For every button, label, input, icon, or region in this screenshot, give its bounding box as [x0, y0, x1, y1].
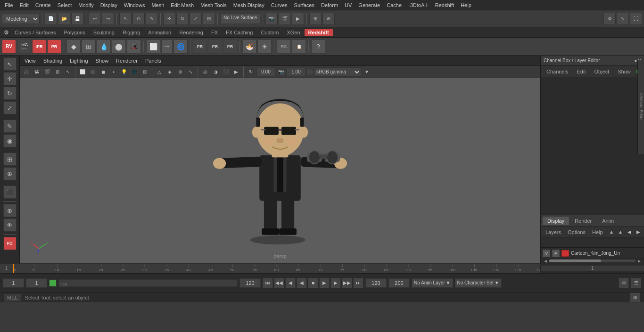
- show-menu[interactable]: Show: [93, 57, 112, 65]
- snap-curve-btn[interactable]: ⊕: [3, 167, 17, 180]
- vt-deform-btn[interactable]: ⤡: [186, 67, 195, 77]
- shelf-settings-icon[interactable]: ⚙: [2, 28, 10, 37]
- vt-camera-btn[interactable]: 🎥: [22, 67, 31, 77]
- dr-tab-display[interactable]: Display: [543, 217, 569, 225]
- layers-tab-help[interactable]: Help: [589, 228, 606, 236]
- shelf-tab-animation[interactable]: Animation: [144, 29, 175, 36]
- show-manipulator-btn[interactable]: ⊕: [3, 204, 17, 217]
- scale-btn[interactable]: ⤢: [3, 101, 17, 114]
- soft-select-btn[interactable]: ◉: [3, 134, 17, 147]
- lasso-tool-btn[interactable]: ⊙: [132, 13, 145, 25]
- rotate-value-input[interactable]: [256, 68, 275, 76]
- layers-tab-layers[interactable]: Layers: [543, 228, 564, 236]
- snap-btn[interactable]: ⊕: [322, 13, 335, 25]
- shelf-icon-rv[interactable]: RV: [2, 40, 16, 54]
- layer-visibility-btn[interactable]: V: [543, 250, 550, 257]
- snap-grid-btn[interactable]: ⊞: [3, 153, 17, 166]
- vt-cam-btn2[interactable]: 📷: [276, 67, 286, 77]
- current-frame-input[interactable]: [26, 278, 47, 288]
- shelf-tab-rendering[interactable]: Rendering: [175, 29, 207, 36]
- vt-settings-btn[interactable]: ▼: [362, 67, 372, 77]
- prev-frame-btn[interactable]: ◀: [285, 278, 296, 288]
- layers-down-arrow[interactable]: ▲: [616, 228, 624, 236]
- vt-shadow-btn[interactable]: 🌑: [130, 67, 139, 77]
- vt-refresh-btn[interactable]: ↻: [246, 67, 256, 77]
- vt-film-btn[interactable]: 📽: [32, 67, 41, 77]
- menu-file[interactable]: File: [2, 1, 16, 9]
- playback-range-bar[interactable]: 120: [58, 279, 238, 287]
- layers-tab-options[interactable]: Options: [565, 228, 588, 236]
- workspace-dropdown[interactable]: Modeling: [2, 14, 40, 24]
- vt-sel-btn[interactable]: ↖: [63, 67, 73, 77]
- no-anim-layer-dropdown[interactable]: No Anim Layer ▼: [412, 278, 453, 288]
- new-file-btn[interactable]: 📄: [45, 13, 57, 25]
- shelf-icon-grid[interactable]: ⊞: [82, 40, 96, 54]
- paint-tool-btn[interactable]: ✎: [146, 13, 158, 25]
- dr-tab-anim[interactable]: Anim: [597, 217, 619, 225]
- grid-btn[interactable]: ⊞: [309, 13, 322, 25]
- next-key-btn[interactable]: ▶▶: [342, 278, 352, 288]
- shelf-tab-rigging[interactable]: Rigging: [119, 29, 144, 36]
- play-fwd-btn[interactable]: ▶: [319, 278, 330, 288]
- anim-start-input[interactable]: [365, 278, 387, 288]
- menu-display[interactable]: Display: [98, 1, 120, 9]
- camera-btn[interactable]: 📷: [265, 13, 278, 25]
- menu-select[interactable]: Select: [55, 1, 75, 9]
- stop-btn[interactable]: ■: [308, 278, 318, 288]
- shelf-tab-fx[interactable]: FX: [207, 29, 222, 36]
- settings2-btn[interactable]: ⚙: [619, 278, 629, 288]
- vt-playblast-btn[interactable]: ▶: [231, 67, 241, 77]
- attr-editor-tab[interactable]: Attribute Editor: [637, 60, 644, 154]
- shelf-icon-wave[interactable]: 〰: [161, 40, 173, 54]
- dr-tab-render[interactable]: Render: [570, 217, 596, 225]
- shelf-icon-hat[interactable]: 🎩: [127, 40, 141, 54]
- vt-flat-btn[interactable]: ◼: [99, 67, 108, 77]
- menu-cache[interactable]: Cache: [384, 1, 405, 9]
- shelf-icon-help[interactable]: ?: [311, 40, 325, 54]
- preferences-btn[interactable]: ☰: [631, 278, 641, 288]
- menu-edit[interactable]: Edit: [17, 1, 32, 9]
- paint-skin-btn[interactable]: ✎: [3, 120, 17, 133]
- redshift-icon-btn[interactable]: RS: [3, 237, 17, 250]
- shelf-tab-custom[interactable]: Custom: [257, 29, 283, 36]
- menu-windows[interactable]: Windows: [121, 1, 148, 9]
- scroll-track[interactable]: [549, 259, 636, 262]
- no-character-set-dropdown[interactable]: No Character Set ▼: [455, 278, 502, 288]
- save-file-btn[interactable]: 💾: [71, 13, 83, 25]
- cb-tab-show[interactable]: Show: [614, 68, 635, 75]
- menu-curves[interactable]: Curves: [268, 1, 290, 9]
- shelf-icon-diamond[interactable]: ◆: [66, 40, 81, 54]
- timeline-ruler[interactable]: 0 5 10 15 20 25 30 35 40 45 50: [13, 264, 540, 273]
- vt-box-btn[interactable]: ⬜: [78, 67, 87, 77]
- select-tool-btn[interactable]: ↖: [119, 13, 132, 25]
- shelf-icon-cube[interactable]: ⬜: [146, 40, 160, 54]
- shelf-icon-drop[interactable]: 💧: [97, 40, 111, 54]
- end-frame-input[interactable]: [239, 278, 261, 288]
- scroll-right[interactable]: ▶: [636, 259, 643, 263]
- layers-left-arrow[interactable]: ◀: [625, 228, 633, 236]
- range-green-btn[interactable]: [49, 279, 57, 287]
- panels-menu[interactable]: Panels: [142, 57, 164, 65]
- shelf-icon-sun[interactable]: ☀: [257, 40, 272, 54]
- shelf-icon-bowl[interactable]: 🍜: [242, 40, 256, 54]
- menu-create[interactable]: Create: [33, 1, 54, 9]
- language-label[interactable]: MEL: [4, 294, 21, 301]
- open-file-btn[interactable]: 📂: [58, 13, 70, 25]
- scroll-left[interactable]: ◀: [542, 259, 549, 263]
- move-btn[interactable]: ✛: [3, 72, 17, 85]
- anim-end-input[interactable]: [388, 278, 410, 288]
- shelf-icon-render[interactable]: PR: [47, 40, 61, 54]
- shelf-tab-polygons[interactable]: Polygons: [60, 29, 89, 36]
- vt-smooth-btn[interactable]: ⊙: [88, 67, 98, 77]
- undo-btn[interactable]: ↩: [89, 13, 101, 25]
- layer-color-swatch[interactable]: [561, 250, 569, 257]
- no-live-surface-btn[interactable]: No Live Surface: [220, 14, 260, 24]
- menu-surfaces[interactable]: Surfaces: [291, 1, 317, 9]
- shelf-icon-film[interactable]: 🎬: [17, 40, 31, 54]
- vt-light-btn[interactable]: 💡: [119, 67, 129, 77]
- shelf-icon-rs2[interactable]: 📋: [292, 40, 306, 54]
- vt-sel2-btn[interactable]: ⬛: [221, 67, 231, 77]
- menu-mesh-display[interactable]: Mesh Display: [231, 1, 267, 9]
- vt-xray-btn[interactable]: ◑: [211, 67, 220, 77]
- lighting-menu[interactable]: Lighting: [67, 57, 91, 65]
